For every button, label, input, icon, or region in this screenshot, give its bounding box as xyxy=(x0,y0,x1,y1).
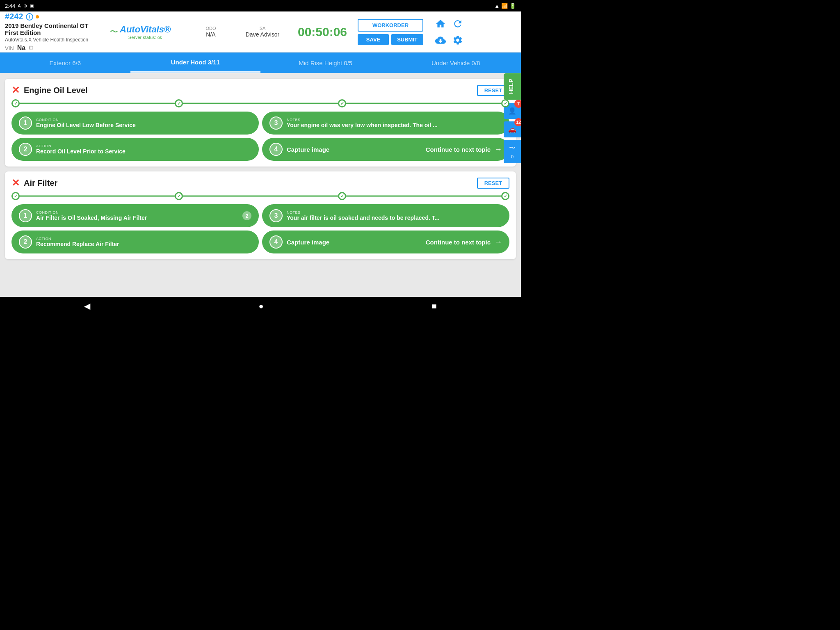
workorder-button[interactable]: WORKORDER xyxy=(358,19,423,32)
service-advisor-section: SA Dave Advisor xyxy=(238,26,287,38)
step-4-circle: 4 xyxy=(269,143,283,156)
step-3-label: Your engine oil was very low when inspec… xyxy=(287,122,438,128)
arrow-right-icon: → xyxy=(495,145,502,154)
odo-label: ODO xyxy=(190,26,231,31)
af-capture-label: Capture image xyxy=(287,239,329,246)
air-filter-reset-button[interactable]: RESET xyxy=(477,178,509,189)
air-filter-action-btn[interactable]: 2 ACTION Recommend Replace Air Filter xyxy=(11,231,259,253)
person-icon: 👤 xyxy=(508,107,516,115)
vin-row: VIN Na ⧉ xyxy=(5,44,103,52)
odometer-section: ODO N/A xyxy=(190,26,231,38)
app-icon-p: ⊕ xyxy=(23,3,27,9)
inspection-type: AutoVitals.X Vehicle Health Inspection xyxy=(5,37,103,43)
air-filter-progress: ✓ ✓ ✓ ✓ xyxy=(11,193,509,199)
progress-dot-2: ✓ xyxy=(175,99,183,107)
home-icon[interactable] xyxy=(434,17,447,30)
tab-under-vehicle[interactable]: Under Vehicle 0/8 xyxy=(391,54,521,72)
step-2-label: Record Oil Level Prior to Service xyxy=(36,148,126,155)
tab-mid-rise[interactable]: Mid Rise Height 0/5 xyxy=(260,54,391,72)
engine-oil-header: ✕ Engine Oil Level RESET xyxy=(11,84,509,96)
wifi-icon: ▲ xyxy=(494,3,500,9)
odo-value: N/A xyxy=(206,31,215,38)
time: 2:44 xyxy=(5,3,15,9)
progress-dot-1: ✓ xyxy=(11,99,20,107)
air-filter-grid: 1 CONDITION Air Filter is Oil Soaked, Mi… xyxy=(11,204,509,253)
sd-icon: ▣ xyxy=(30,3,34,9)
engine-oil-grid: 1 CONDITION Engine Oil Level Low Before … xyxy=(11,112,509,161)
engine-oil-condition-btn[interactable]: 1 CONDITION Engine Oil Level Low Before … xyxy=(11,112,259,135)
step-1-label: Engine Oil Level Low Before Service xyxy=(36,122,136,128)
af-step-1-text: CONDITION Air Filter is Oil Soaked, Miss… xyxy=(36,210,147,221)
engine-oil-notes-btn[interactable]: 3 NOTES Your engine oil was very low whe… xyxy=(262,112,509,135)
sa-label: SA xyxy=(238,26,287,31)
square-button[interactable]: ■ xyxy=(432,301,437,311)
timer-section: 00:50:06 xyxy=(294,25,351,39)
continue-label: Continue to next topic xyxy=(426,146,491,153)
tab-exterior[interactable]: Exterior 6/6 xyxy=(0,54,130,72)
logo-text: AutoVitals® xyxy=(120,24,171,35)
engine-oil-progress: ✓ ✓ ✓ ✓ xyxy=(11,100,509,107)
progress-dot-3: ✓ xyxy=(338,99,346,107)
af-arrow-right-icon: → xyxy=(495,238,502,247)
header-buttons: WORKORDER SAVE SUBMIT xyxy=(358,19,423,45)
af-progress-dot-3: ✓ xyxy=(338,192,346,200)
header-left: #242 i 2019 Bentley Continental GT First… xyxy=(5,12,103,52)
main-content: ✕ Engine Oil Level RESET ✓ ✓ ✓ ✓ 1 CONDI… xyxy=(0,73,521,297)
af-step-4-circle: 4 xyxy=(269,235,283,249)
sa-value: Dave Advisor xyxy=(246,31,279,38)
af-step-2-text: ACTION Recommend Replace Air Filter xyxy=(36,237,119,247)
air-filter-header: ✕ Air Filter RESET xyxy=(11,177,509,189)
order-num-text: #242 xyxy=(5,12,23,21)
air-filter-condition-btn[interactable]: 1 CONDITION Air Filter is Oil Soaked, Mi… xyxy=(11,204,259,227)
sidebar-wave-btn[interactable]: 〜 0 xyxy=(504,140,521,163)
af-step-2-tag: ACTION xyxy=(36,237,119,241)
sidebar-badge-2: 12 xyxy=(514,118,521,126)
cloud-icon[interactable] xyxy=(434,34,447,47)
status-left: 2:44 A ⊕ ▣ xyxy=(5,3,34,9)
vin-label: VIN xyxy=(5,45,14,51)
af-step-2-circle: 2 xyxy=(19,235,32,249)
home-button[interactable]: ● xyxy=(258,301,263,311)
settings-icon[interactable] xyxy=(451,34,464,47)
status-dot xyxy=(36,15,39,18)
engine-oil-status-icon: ✕ xyxy=(11,84,20,96)
engine-oil-action-btn[interactable]: 2 ACTION Record Oil Level Prior to Servi… xyxy=(11,138,259,161)
right-sidebar: HELP 7 👤 12 🚗 〜 0 xyxy=(504,73,521,163)
back-button[interactable]: ◀ xyxy=(84,301,90,311)
wave-icon: 〜 xyxy=(509,144,516,153)
engine-oil-capture-btn[interactable]: 4 Capture image Continue to next topic → xyxy=(262,138,509,161)
tab-under-hood[interactable]: Under Hood 3/11 xyxy=(130,53,261,73)
step-3-tag: NOTES xyxy=(287,118,438,122)
step-3-text: NOTES Your engine oil was very low when … xyxy=(287,118,438,128)
af-step-2-label: Recommend Replace Air Filter xyxy=(36,241,119,247)
save-button[interactable]: SAVE xyxy=(358,34,389,45)
submit-button[interactable]: SUBMIT xyxy=(391,34,423,45)
sidebar-badge-1: 7 xyxy=(514,100,521,108)
af-progress-dot-1: ✓ xyxy=(11,192,20,200)
af-progress-dot-2: ✓ xyxy=(175,192,183,200)
step-2-tag: ACTION xyxy=(36,144,126,148)
af-continue-label: Continue to next topic xyxy=(426,239,491,246)
af-step-3-text: NOTES Your air filter is oil soaked and … xyxy=(287,210,439,221)
step-1-tag: CONDITION xyxy=(36,118,136,122)
air-filter-capture-btn[interactable]: 4 Capture image Continue to next topic → xyxy=(262,231,509,253)
sidebar-car-btn[interactable]: 12 🚗 xyxy=(504,121,521,137)
air-filter-title-row: ✕ Air Filter xyxy=(11,177,57,189)
air-filter-notes-btn[interactable]: 3 NOTES Your air filter is oil soaked an… xyxy=(262,204,509,227)
info-icon[interactable]: i xyxy=(26,13,33,21)
air-filter-title: Air Filter xyxy=(24,178,57,188)
step-1-text: CONDITION Engine Oil Level Low Before Se… xyxy=(36,118,136,128)
header: #242 i 2019 Bentley Continental GT First… xyxy=(0,11,521,52)
copy-icon[interactable]: ⧉ xyxy=(29,44,33,52)
autovitals-logo: 〜 AutoVitals® Server status: ok xyxy=(110,24,184,40)
af-step-3-tag: NOTES xyxy=(287,210,439,215)
logo-subtitle: Server status: ok xyxy=(120,35,171,40)
timer-value: 00:50:06 xyxy=(294,25,351,39)
help-button[interactable]: HELP xyxy=(504,73,521,100)
step-3-circle: 3 xyxy=(269,116,283,130)
step-2-text: ACTION Record Oil Level Prior to Service xyxy=(36,144,126,155)
header-icon-row xyxy=(434,17,464,47)
refresh-icon[interactable] xyxy=(451,17,464,30)
progress-dot-4: ✓ xyxy=(501,99,509,107)
engine-oil-title: Engine Oil Level xyxy=(24,86,88,95)
